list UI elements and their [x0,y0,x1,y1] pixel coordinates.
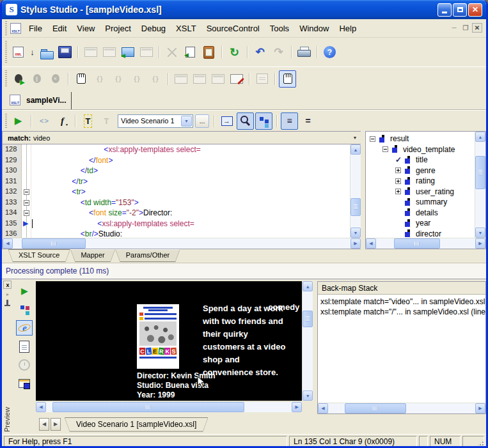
tree-item-details[interactable]: details [366,208,475,219]
open-scenario-window-icon[interactable] [218,112,235,130]
backmap-entry[interactable]: xsl:template match="/"... in sampleVideo… [320,307,485,317]
tab-mapper[interactable]: Mapper [70,249,114,261]
tree-item-title[interactable]: ✓title [366,155,475,166]
collapse-icon[interactable] [24,200,29,206]
scroll-up-icon[interactable]: ▲ [303,281,313,291]
help-icon[interactable] [321,43,338,61]
code-editor[interactable]: 128 <xsl:apply-templates select=129 </fo… [3,144,361,238]
browse-scenario-button[interactable]: ... [195,114,209,128]
tab-params-other[interactable]: Params/Other [116,249,180,261]
tree-vertical-scrollbar[interactable]: ▲ ▼ [475,132,485,238]
save-file-icon[interactable] [56,43,74,61]
tab-xslt-source[interactable]: XSLT Source [8,249,70,261]
maximize-button[interactable] [453,3,467,17]
menu-sourcecontrol[interactable]: SourceControl [201,22,265,35]
scroll-left-icon[interactable]: ◀ [318,403,328,413]
backmap-horizontal-scrollbar[interactable]: ◀ ▶ [318,403,485,413]
preview-clock-icon[interactable] [16,357,33,373]
fold-margin[interactable]: ▶ [22,219,31,229]
scroll-right-icon[interactable]: ▶ [292,402,302,412]
preview-backmap-splitter[interactable] [313,279,317,414]
document-tab[interactable]: XSLT sampleVi... [7,92,72,109]
start-debugging-icon[interactable] [10,70,27,88]
menu-debug[interactable]: Debug [136,22,171,35]
expand-icon[interactable] [395,189,401,194]
menu-window[interactable]: Window [294,22,334,35]
fold-margin[interactable] [22,187,31,197]
scrollbar-thumb[interactable] [394,238,440,249]
backmap-list[interactable]: xsl:template match="video"... in sampleV… [318,295,485,403]
mdi-restore-button[interactable]: ❐ [460,23,471,33]
scroll-down-icon[interactable]: ▼ [303,390,313,401]
scrollbar-thumb[interactable] [475,156,485,189]
scroll-right-icon[interactable]: ▶ [475,238,485,249]
pause-debugging-icon[interactable] [28,70,45,88]
menu-file[interactable]: File [24,22,47,35]
preview-play-icon[interactable] [10,112,27,130]
tree-item-rating[interactable]: rating [366,176,475,187]
new-dropdown-icon[interactable] [28,43,36,61]
backmap-hand-icon[interactable] [279,70,296,88]
backmap-toggle-icon[interactable] [237,112,254,130]
tab-scroll-left-icon[interactable]: ◀ [39,418,49,431]
menu-view[interactable]: View [72,22,100,35]
preview-export-icon[interactable] [16,376,33,391]
new-window-icon[interactable] [82,43,99,61]
tree-item-year[interactable]: year [366,218,475,229]
undo-icon[interactable] [251,43,269,61]
cut-icon[interactable] [163,43,180,61]
scroll-down-icon[interactable]: ▼ [350,228,361,238]
fold-margin[interactable] [22,176,31,187]
step-over-icon[interactable] [109,70,127,88]
preview-mapper-icon[interactable] [16,302,33,317]
collapse-icon[interactable] [24,189,29,195]
fold-margin[interactable] [22,197,31,208]
paste-icon[interactable] [200,43,217,61]
refresh-icon[interactable] [226,43,243,61]
editor-horizontal-scrollbar[interactable]: ◀ ▶ [3,238,361,249]
scroll-up-icon[interactable]: ▲ [475,132,485,142]
collapse-icon[interactable] [382,146,388,152]
collapse-icon[interactable] [370,136,375,142]
backmap-entry[interactable]: xsl:template match="video"... in sampleV… [320,297,485,307]
tree-item-genre[interactable]: genre [366,166,475,176]
match-dropdown-icon[interactable]: ▼ [350,134,359,143]
preview-vertical-scrollbar[interactable]: ▲ ▼ [302,281,313,401]
edit-breakpoints-icon[interactable] [228,70,245,88]
tree-horizontal-scrollbar[interactable]: ◀ ▶ [366,238,485,249]
mdi-close-button[interactable]: ✕ [472,23,482,33]
stop-debugging-icon[interactable] [47,70,64,88]
preview-ie-icon[interactable] [16,320,33,336]
menu-edit[interactable]: Edit [47,22,72,35]
breakpoints-icon[interactable] [209,70,226,88]
expand-icon[interactable] [395,167,401,173]
scroll-right-icon[interactable]: ▶ [475,403,485,413]
scrollbar-thumb[interactable] [52,402,244,412]
window-lock-icon[interactable] [138,43,155,61]
preview-scenario-tab[interactable]: Video Scenario 1 [sampleVideo.xsl] [65,417,208,431]
close-preview-icon[interactable]: x [3,281,12,289]
chevron-down-icon[interactable]: ▼ [181,116,192,127]
dotted-brackets-icon[interactable] [35,112,52,130]
function-icon[interactable] [54,112,71,130]
open-in-window-icon[interactable] [119,43,136,61]
close-button[interactable]: ✕ [468,3,482,17]
preview-horizontal-scrollbar[interactable]: ◀ ▶ [36,401,302,412]
preview-text-icon[interactable] [16,339,33,354]
pause-hand-icon[interactable] [72,70,90,88]
menu-help[interactable]: Help [334,22,361,35]
expand-icon[interactable] [395,178,401,184]
scroll-left-icon[interactable]: ◀ [3,238,13,249]
toolbar-grip[interactable] [5,70,7,87]
scroll-up-icon[interactable]: ▲ [350,144,361,155]
tree-item-user_rating[interactable]: user_rating [366,187,475,197]
fold-margin[interactable] [22,155,31,166]
text-disabled-icon[interactable] [98,112,115,130]
copy-icon[interactable] [182,43,199,61]
tree-toggle-icon[interactable] [255,112,272,130]
result-tree[interactable]: resultvideo_template✓titlegenreratinguse… [366,132,475,238]
print-icon[interactable] [295,43,313,61]
scrollbar-thumb[interactable] [350,198,361,216]
redo-icon[interactable] [270,43,287,61]
pin-icon[interactable] [4,300,10,307]
